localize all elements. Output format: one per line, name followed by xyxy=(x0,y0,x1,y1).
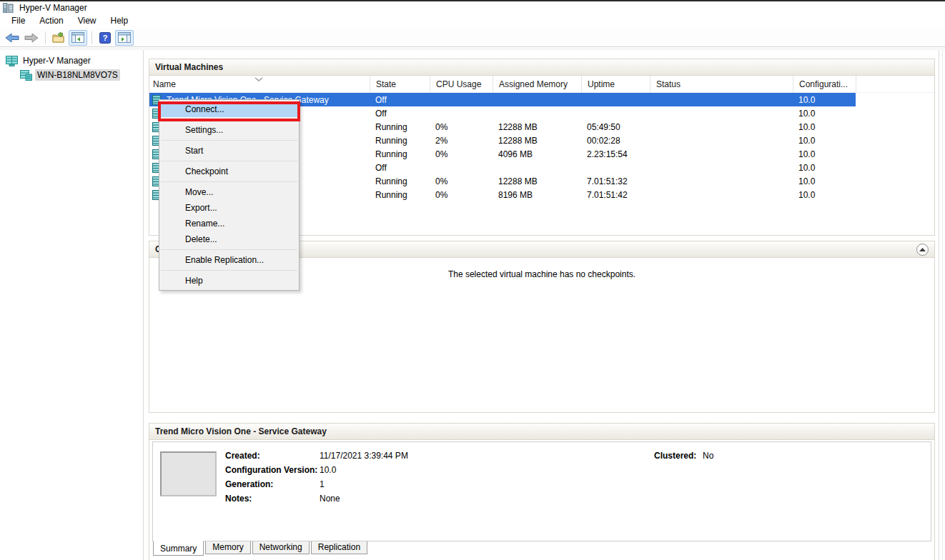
created-value: 11/17/2021 3:39:44 PM xyxy=(320,451,408,461)
help-icon: ? xyxy=(99,32,111,44)
vm-config: 10.0 xyxy=(793,136,856,146)
toolbar: ? xyxy=(0,29,945,47)
window-right-edge xyxy=(942,50,943,560)
vm-state: Running xyxy=(370,136,430,146)
vm-config: 10.0 xyxy=(793,149,856,159)
vm-cpu: 0% xyxy=(430,122,493,132)
tree-item-label: WIN-B18NLM8VO7S xyxy=(35,69,120,81)
menu-item-label: Help xyxy=(185,276,203,286)
tree-item-label: Hyper-V Manager xyxy=(21,55,93,66)
menu-item-start[interactable]: Start xyxy=(159,143,299,159)
export-list-button[interactable] xyxy=(49,30,68,46)
menu-item-rename[interactable]: Rename... xyxy=(159,216,299,231)
collapse-button[interactable] xyxy=(916,244,929,256)
column-header-filler xyxy=(856,76,934,92)
vm-state: Running xyxy=(370,122,430,132)
forward-arrow-icon xyxy=(24,33,39,43)
notes-label: Notes: xyxy=(225,494,252,504)
vm-state: Off xyxy=(370,109,430,119)
vm-config: 10.0 xyxy=(793,190,856,200)
back-arrow-icon xyxy=(5,33,19,43)
menu-action[interactable]: Action xyxy=(32,14,70,28)
vm-cpu: 0% xyxy=(430,176,493,186)
vm-uptime: 05:49:50 xyxy=(581,122,650,132)
vm-memory: 4096 MB xyxy=(493,149,581,159)
generation-value: 1 xyxy=(320,479,325,489)
menu-bar: File Action View Help xyxy=(0,14,945,29)
menu-separator xyxy=(161,181,297,182)
tab-summary[interactable]: Summary xyxy=(153,541,204,556)
menu-item-settings[interactable]: Settings... xyxy=(159,122,299,138)
vm-config: 10.0 xyxy=(793,163,856,173)
svg-text:?: ? xyxy=(103,34,108,42)
show-console-tree-button[interactable] xyxy=(69,30,87,46)
menu-item-connect[interactable]: Connect... xyxy=(159,101,299,117)
vm-memory: 8196 MB xyxy=(493,190,581,200)
vm-uptime: 2.23:15:54 xyxy=(581,149,650,159)
server-icon xyxy=(20,70,32,81)
menu-item-label: Settings... xyxy=(185,125,223,135)
menu-help[interactable]: Help xyxy=(104,14,136,28)
menu-view[interactable]: View xyxy=(71,14,104,28)
menu-item-label: Checkpoint xyxy=(185,166,228,176)
vm-state: Off xyxy=(370,95,430,105)
menu-item-enable-replication[interactable]: Enable Replication... xyxy=(159,252,299,268)
tab-memory[interactable]: Memory xyxy=(205,541,250,554)
back-button[interactable] xyxy=(3,30,21,46)
menu-separator xyxy=(161,270,297,271)
menu-item-label: Export... xyxy=(185,203,217,213)
toolbar-separator xyxy=(45,31,46,44)
tab-replication[interactable]: Replication xyxy=(311,541,367,554)
column-header-state[interactable]: State xyxy=(370,76,430,92)
vm-state: Running xyxy=(370,176,430,186)
vm-memory: 12288 MB xyxy=(493,176,581,186)
help-button[interactable]: ? xyxy=(96,30,114,46)
virtual-machines-header: Virtual Machines xyxy=(149,59,934,76)
app-icon xyxy=(3,3,14,13)
vm-cpu: 0% xyxy=(430,149,493,159)
tree-item-server[interactable]: WIN-B18NLM8VO7S xyxy=(0,69,143,81)
menu-item-help[interactable]: Help xyxy=(159,273,299,289)
menu-item-move[interactable]: Move... xyxy=(159,184,299,200)
vm-uptime: 7.01:51:32 xyxy=(581,176,650,186)
menu-separator xyxy=(161,119,297,120)
forward-button[interactable] xyxy=(22,30,41,46)
actions-pane-edge xyxy=(939,50,939,560)
details-tab-strip: Summary Memory Networking Replication xyxy=(153,541,367,556)
menu-item-label: Connect... xyxy=(185,104,224,114)
vm-config: 10.0 xyxy=(793,122,856,132)
vm-memory: 12288 MB xyxy=(493,122,581,132)
menu-item-delete[interactable]: Delete... xyxy=(159,231,299,247)
menu-item-export[interactable]: Export... xyxy=(159,200,299,216)
pane-splitter[interactable] xyxy=(143,50,144,560)
generation-label: Generation: xyxy=(225,479,273,489)
menu-item-label: Enable Replication... xyxy=(185,255,264,265)
virtual-machines-title: Virtual Machines xyxy=(155,62,223,72)
menu-separator xyxy=(161,140,297,141)
column-header-uptime[interactable]: Uptime xyxy=(581,76,650,92)
clustered-label: Clustered: xyxy=(654,451,696,461)
column-header-memory[interactable]: Assigned Memory xyxy=(493,76,581,92)
vm-config: 10.0 xyxy=(793,176,856,186)
vm-table-header: Name State CPU Usage Assigned Memory Upt… xyxy=(149,76,934,93)
column-header-status[interactable]: Status xyxy=(650,76,793,92)
vm-cpu: 2% xyxy=(430,136,493,146)
toolbar-separator xyxy=(91,31,92,44)
created-label: Created: xyxy=(225,451,260,461)
window-title: Hyper-V Manager xyxy=(19,3,87,13)
vm-config: 10.0 xyxy=(793,109,856,119)
tree-item-hyperv-manager[interactable]: Hyper-V Manager xyxy=(0,54,143,67)
menu-file[interactable]: File xyxy=(4,14,32,28)
sort-chevron-icon xyxy=(254,77,263,81)
vm-state: Running xyxy=(370,149,430,159)
show-action-pane-button[interactable] xyxy=(115,30,134,46)
tab-networking[interactable]: Networking xyxy=(252,541,310,554)
column-header-cpu[interactable]: CPU Usage xyxy=(430,76,493,92)
column-header-config[interactable]: Configurati... xyxy=(793,76,856,92)
menu-item-label: Move... xyxy=(185,187,213,197)
hyperv-manager-icon xyxy=(6,56,18,66)
export-folder-icon xyxy=(52,32,65,44)
vm-uptime: 00:02:28 xyxy=(581,136,650,146)
vm-thumbnail xyxy=(160,451,217,496)
menu-item-checkpoint[interactable]: Checkpoint xyxy=(159,164,299,179)
